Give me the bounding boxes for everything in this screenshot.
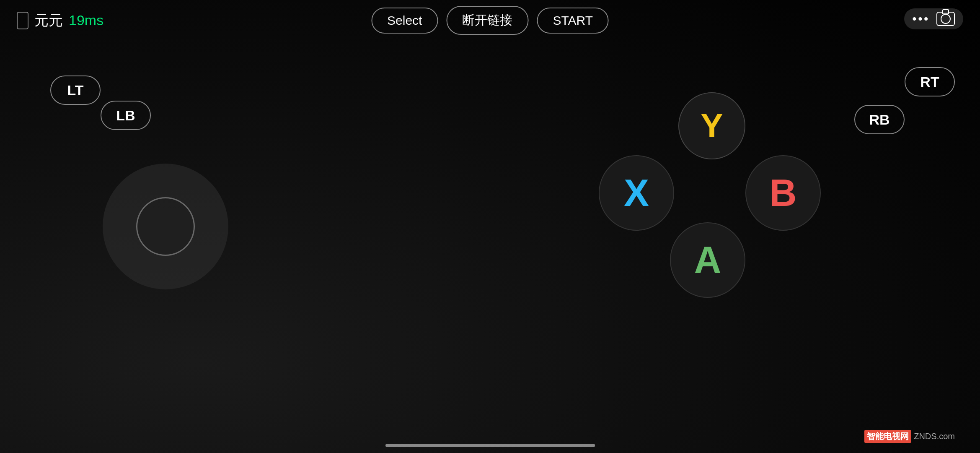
left-joystick[interactable] bbox=[103, 164, 228, 289]
top-right-controls: ••• bbox=[904, 8, 963, 29]
select-button[interactable]: Select bbox=[371, 8, 438, 34]
a-button[interactable]: A bbox=[670, 222, 745, 298]
watermark-brand: 智能电视网 bbox=[864, 430, 911, 443]
device-name: 元元 bbox=[34, 11, 63, 30]
lt-button[interactable]: LT bbox=[50, 76, 101, 105]
disconnect-button[interactable]: 断开链接 bbox=[446, 6, 528, 35]
y-button[interactable]: Y bbox=[678, 92, 745, 159]
start-button[interactable]: START bbox=[537, 8, 609, 34]
home-indicator bbox=[385, 444, 595, 447]
center-controls: Select 断开链接 START bbox=[371, 0, 609, 41]
latency-badge: 19ms bbox=[69, 12, 103, 29]
device-info: 元元 19ms bbox=[17, 11, 103, 30]
phone-icon bbox=[17, 12, 28, 29]
more-options-button[interactable]: ••• bbox=[904, 8, 963, 29]
watermark: 智能电视网 ZNDS.com bbox=[864, 430, 955, 443]
lb-button[interactable]: LB bbox=[101, 101, 151, 130]
x-button[interactable]: X bbox=[599, 155, 674, 231]
camera-icon bbox=[936, 12, 955, 26]
joystick-outer[interactable] bbox=[103, 164, 228, 289]
b-button[interactable]: B bbox=[745, 155, 821, 231]
dots-icon: ••• bbox=[913, 12, 930, 26]
watermark-domain: ZNDS.com bbox=[914, 432, 955, 441]
rt-button[interactable]: RT bbox=[905, 67, 955, 96]
joystick-inner bbox=[136, 197, 195, 256]
rb-button[interactable]: RB bbox=[854, 105, 905, 134]
